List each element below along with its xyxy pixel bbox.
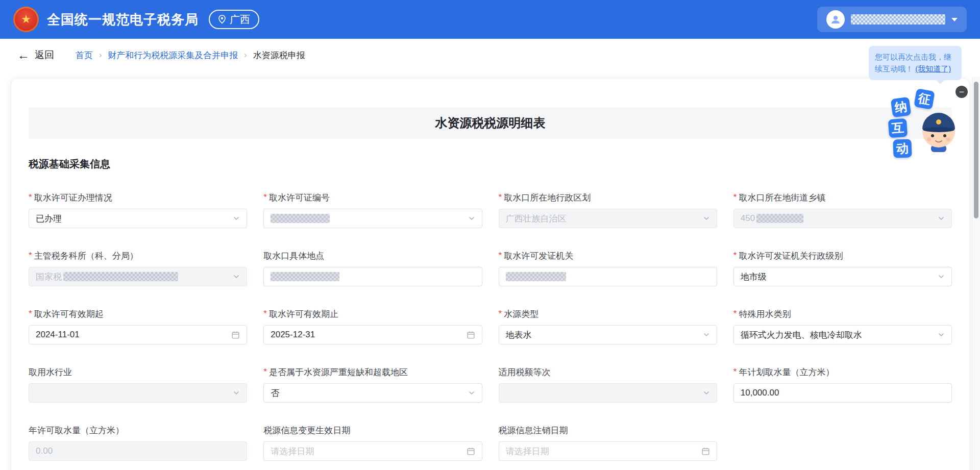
form-field: *年计划取水量（立方米）10,000.00 — [733, 367, 952, 403]
region-label: 广西 — [230, 13, 250, 27]
select-control[interactable] — [263, 209, 482, 228]
main-panel: 水资源税税源明细表 税源基础采集信息 *取水许可证办理情况已办理*取水许可证编号… — [11, 78, 970, 470]
person-icon — [830, 14, 841, 25]
breadcrumb-separator: › — [99, 51, 102, 60]
form-field: *主管税务科所（科、分局）国家税 — [29, 251, 247, 286]
chevron-down-icon — [233, 215, 240, 222]
section-heading: 税源基础采集信息 — [29, 157, 952, 171]
field-label: *取水许可发证机关行政级别 — [733, 251, 952, 261]
back-arrow-icon: ← — [17, 49, 30, 61]
location-pin-icon — [218, 15, 226, 24]
select-control[interactable]: 地市级 — [733, 267, 952, 286]
region-selector[interactable]: 广西 — [209, 10, 259, 29]
scrollbar-thumb[interactable] — [974, 82, 978, 218]
minus-icon: − — [959, 88, 964, 96]
calendar-icon — [701, 447, 710, 456]
form-field: *取水许可证办理情况已办理 — [29, 192, 247, 228]
calendar-icon — [467, 331, 475, 339]
redacted-text — [756, 214, 803, 223]
text-input: 0.00 — [29, 441, 247, 461]
required-asterisk: * — [499, 251, 502, 261]
form-field: *取水许可发证机关行政级别地市级 — [733, 251, 952, 286]
select-control — [29, 383, 247, 403]
mascot-face-icon — [918, 106, 959, 154]
select-control: 广西壮族自治区 — [499, 209, 717, 228]
form-field: *取水许可发证机关 — [499, 251, 717, 286]
form-field: *取水许可有效期起2024-11-01 — [29, 309, 247, 344]
select-control[interactable]: 循环式火力发电、核电冷却取水 — [733, 325, 952, 344]
user-menu[interactable] — [817, 7, 967, 32]
select-control[interactable]: 否 — [263, 383, 482, 403]
form-field: 取用水行业 — [29, 367, 247, 403]
form-field: *取水口所在地街道乡镇450 — [733, 192, 952, 228]
field-label: *特殊用水类别 — [733, 309, 952, 319]
required-asterisk: * — [263, 192, 267, 203]
select-control[interactable]: 已办理 — [29, 209, 247, 228]
chevron-down-icon — [468, 215, 475, 222]
form-field: 年许可取水量（立方米）0.00 — [29, 425, 247, 461]
assistant-mascot[interactable]: 征 纳 互 动 — [886, 90, 962, 157]
required-asterisk: * — [499, 309, 502, 319]
text-input[interactable] — [499, 267, 717, 286]
field-label: 税源信息变更生效日期 — [263, 425, 482, 435]
chevron-down-icon — [468, 389, 475, 397]
required-asterisk: * — [499, 192, 502, 203]
required-asterisk: * — [263, 309, 267, 319]
assistant-tooltip: 您可以再次点击我，继续互动哦！ (我知道了) — [869, 46, 962, 80]
breadcrumb-link[interactable]: 首页 — [76, 50, 93, 61]
chevron-down-icon — [951, 18, 958, 21]
breadcrumb-link[interactable]: 财产和行为税税源采集及合并申报 — [108, 50, 238, 61]
field-label: *是否属于水资源严重短缺和超载地区 — [263, 367, 482, 377]
mascot-char-badge: 动 — [893, 139, 912, 158]
redacted-text — [271, 272, 339, 281]
mascot-char-badge: 纳 — [891, 97, 912, 118]
tooltip-dismiss-link[interactable]: (我知道了) — [915, 64, 951, 73]
required-asterisk: * — [29, 192, 32, 203]
field-label: 适用税额等次 — [499, 367, 717, 377]
field-label: *水源类型 — [499, 309, 717, 319]
text-input[interactable] — [263, 267, 482, 286]
avatar — [826, 10, 845, 29]
breadcrumb-bar: ← 返回 首页›财产和行为税税源采集及合并申报›水资源税申报 — [0, 39, 980, 71]
field-label: 年许可取水量（立方米） — [29, 425, 247, 435]
date-input[interactable]: 请选择日期 — [499, 441, 717, 461]
form-field: *水源类型地表水 — [499, 309, 717, 344]
chevron-down-icon — [938, 331, 945, 338]
select-control: 450 — [733, 209, 952, 228]
form-field: 适用税额等次 — [499, 367, 717, 403]
redacted-text — [506, 272, 566, 281]
back-button[interactable]: ← 返回 — [17, 48, 54, 62]
required-asterisk: * — [733, 192, 737, 203]
chevron-down-icon — [233, 389, 240, 397]
date-input[interactable]: 2025-12-31 — [263, 325, 482, 344]
text-input[interactable]: 10,000.00 — [733, 383, 952, 403]
breadcrumb-separator: › — [244, 51, 247, 60]
field-label: *取水许可证编号 — [263, 192, 482, 203]
field-label: *取水口所在地行政区划 — [499, 192, 717, 203]
star-icon: ★ — [21, 14, 31, 25]
breadcrumb-current: 水资源税申报 — [253, 50, 305, 61]
back-label: 返回 — [35, 48, 54, 62]
chevron-down-icon — [233, 273, 240, 280]
chevron-down-icon — [938, 273, 945, 280]
date-input[interactable]: 请选择日期 — [263, 441, 482, 461]
select-control — [499, 383, 717, 403]
form-field: *取水许可有效期止2025-12-31 — [263, 309, 482, 344]
form-title: 水资源税税源明细表 — [435, 115, 546, 131]
form-field: *取水许可证编号 — [263, 192, 482, 228]
assistant-minimize-button[interactable]: − — [955, 86, 968, 98]
date-input[interactable]: 2024-11-01 — [29, 325, 247, 344]
calendar-icon — [231, 331, 240, 339]
chevron-down-icon — [703, 389, 710, 397]
chevron-down-icon — [703, 331, 710, 338]
scrollbar-track[interactable] — [972, 77, 980, 470]
select-control[interactable]: 地表水 — [499, 325, 717, 344]
required-asterisk: * — [733, 309, 737, 319]
field-label: *主管税务科所（科、分局） — [29, 251, 247, 261]
chevron-down-icon — [703, 215, 710, 222]
required-asterisk: * — [29, 309, 32, 319]
required-asterisk: * — [733, 367, 737, 377]
required-asterisk: * — [733, 251, 737, 261]
form-field: *取水口所在地行政区划广西壮族自治区 — [499, 192, 717, 228]
field-label: *取水许可有效期起 — [29, 309, 247, 319]
